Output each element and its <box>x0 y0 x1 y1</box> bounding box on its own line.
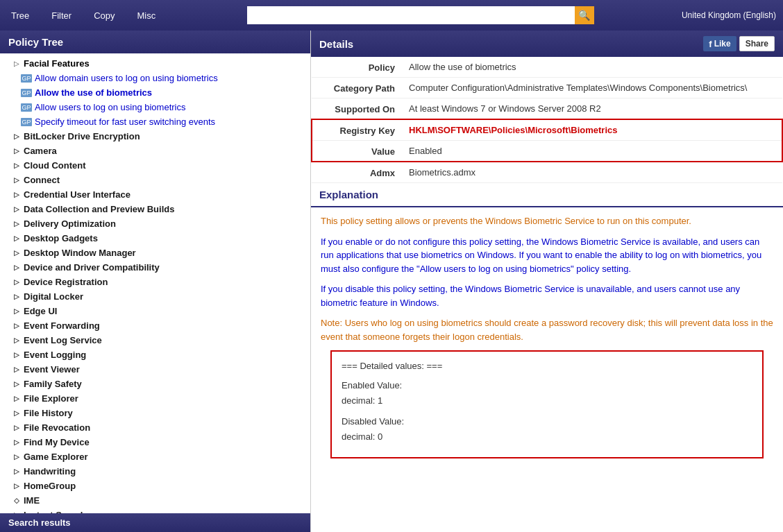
expand-arrow: ▷ <box>14 249 21 257</box>
expand-arrow: ▷ <box>14 205 21 213</box>
main-layout: Policy Tree ▷ Facial Features GP Allow d… <box>0 31 783 532</box>
expand-arrow: ▷ <box>14 220 21 228</box>
expand-arrow: ▷ <box>14 132 21 140</box>
expand-arrow: ▷ <box>14 176 21 184</box>
policy-row: Policy Allow the use of biometrics <box>312 57 782 78</box>
supported-row: Supported On At least Windows 7 or Windo… <box>312 98 782 120</box>
tree-item-family-safety[interactable]: ▷ Family Safety <box>0 377 310 391</box>
dv-disabled-label: Disabled Value: <box>342 414 752 429</box>
tree-item-allow-domain[interactable]: GP Allow domain users to log on using bi… <box>0 71 310 85</box>
tree-label: BitLocker Drive Encryption <box>24 131 140 141</box>
exp-para-3: If you disable this policy setting, the … <box>321 282 773 309</box>
tree-label: Connect <box>24 175 60 185</box>
search-results-footer: Search results <box>0 513 310 532</box>
tree-label: Handwriting <box>24 466 76 477</box>
tree-label: File Revocation <box>24 422 90 433</box>
fb-icon: f <box>709 39 712 49</box>
tree-item-facial-features[interactable]: ▷ Facial Features <box>0 56 310 71</box>
tree-item-instant-search[interactable]: ▷ Instant Search <box>0 508 310 513</box>
tree-item-allow-biometrics[interactable]: GP Allow the use of biometrics <box>0 85 310 100</box>
tree-label: File Explorer <box>24 393 78 404</box>
explanation-body: This policy setting allows or prevents t… <box>311 207 783 532</box>
tree-label: File History <box>24 408 73 418</box>
tree-item-file-history[interactable]: ▷ File History <box>0 406 310 420</box>
tree-item-specify-timeout[interactable]: GP Specify timeout for fast user switchi… <box>0 114 310 129</box>
tree-item-desktop-gadgets[interactable]: ▷ Desktop Gadgets <box>0 231 310 246</box>
tree-label: Event Forwarding <box>24 320 100 331</box>
tree-item-cloud-content[interactable]: ▷ Cloud Content <box>0 158 310 173</box>
expand-arrow: ◇ <box>14 497 21 504</box>
tree-item-edge-ui[interactable]: ▷ Edge UI <box>0 304 310 318</box>
nav-copy[interactable]: Copy <box>90 8 119 24</box>
tree-item-event-logging[interactable]: ▷ Event Logging <box>0 347 310 362</box>
tree-item-camera[interactable]: ▷ Camera <box>0 144 310 158</box>
exp-para-1: This policy setting allows or prevents t… <box>321 214 773 228</box>
share-button[interactable]: Share <box>739 36 775 51</box>
nav-filter[interactable]: Filter <box>47 8 76 24</box>
tree-label: Allow users to log on using biometrics <box>35 102 186 112</box>
tree-item-connect[interactable]: ▷ Connect <box>0 173 310 187</box>
tree-label: Delivery Optimization <box>24 218 116 229</box>
tree-item-delivery-opt[interactable]: ▷ Delivery Optimization <box>0 216 310 231</box>
value-value: Enabled <box>402 141 782 162</box>
expand-arrow: ▷ <box>14 366 21 373</box>
tree-item-bitlocker[interactable]: ▷ BitLocker Drive Encryption <box>0 129 310 144</box>
tree-label: Event Logging <box>24 350 86 360</box>
admx-row: Admx Biometrics.admx <box>312 162 782 183</box>
tree-label: Camera <box>24 146 57 156</box>
tree-item-digital-locker[interactable]: ▷ Digital Locker <box>0 289 310 304</box>
tree-item-find-my-device[interactable]: ▷ Find My Device <box>0 435 310 449</box>
tree-label: Allow domain users to log on using biome… <box>35 73 218 83</box>
registry-key-row: Registry Key HKLM\SOFTWARE\Policies\Micr… <box>312 119 782 141</box>
category-value: Computer Configuration\Administrative Te… <box>402 78 782 98</box>
like-button[interactable]: f Like <box>703 36 736 51</box>
search-button[interactable]: 🔍 <box>575 6 594 24</box>
social-buttons: f Like Share <box>703 36 775 51</box>
tree-item-file-explorer[interactable]: ▷ File Explorer <box>0 391 310 406</box>
nav-misc[interactable]: Misc <box>133 8 160 24</box>
expand-arrow: ▷ <box>14 395 21 402</box>
dv-title: === Detailed values: === <box>342 359 752 374</box>
tree-item-handwriting[interactable]: ▷ Handwriting <box>0 464 310 479</box>
dv-enabled-label: Enabled Value: <box>342 378 752 393</box>
tree-item-desktop-window[interactable]: ▷ Desktop Window Manager <box>0 246 310 260</box>
tree-item-event-fwd[interactable]: ▷ Event Forwarding <box>0 318 310 333</box>
tree-label: Credential User Interface <box>24 189 130 200</box>
explanation-header: Explanation <box>311 183 783 207</box>
exp-para-4: Note: Users who log on using biometrics … <box>321 316 773 343</box>
tree-item-allow-logon[interactable]: GP Allow users to log on using biometric… <box>0 100 310 114</box>
value-row: Value Enabled <box>312 141 782 162</box>
tree-item-device-driver[interactable]: ▷ Device and Driver Compatibility <box>0 260 310 275</box>
expand-arrow: ▷ <box>14 234 21 242</box>
expand-arrow: ▷ <box>14 482 21 490</box>
tree-label: Family Safety <box>24 379 82 389</box>
policy-value: Allow the use of biometrics <box>402 57 782 78</box>
tree-item-homegroup[interactable]: ▷ HomeGroup <box>0 479 310 493</box>
expand-arrow: ▷ <box>14 278 21 286</box>
search-input[interactable] <box>247 6 575 24</box>
policy-icon: GP <box>21 74 32 83</box>
dv-enabled-value: decimal: 1 <box>342 393 752 409</box>
policy-icon: GP <box>21 103 32 112</box>
category-label: Category Path <box>312 78 402 98</box>
details-title: Details <box>319 38 353 50</box>
tree-item-event-log-svc[interactable]: ▷ Event Log Service <box>0 333 310 347</box>
supported-label: Supported On <box>312 98 402 120</box>
tree-item-ime[interactable]: ◇ IME <box>0 493 310 508</box>
dv-disabled-section: Disabled Value: decimal: 0 <box>342 414 752 445</box>
details-header: Details f Like Share <box>311 31 783 57</box>
tree-label: Device Registration <box>24 277 108 287</box>
right-panel: Details f Like Share Policy Allow the us… <box>311 31 783 532</box>
like-label: Like <box>714 39 731 49</box>
policy-label: Policy <box>312 57 402 78</box>
detailed-values-box: === Detailed values: === Enabled Value: … <box>330 350 764 458</box>
tree-item-data-collection[interactable]: ▷ Data Collection and Preview Builds <box>0 202 310 216</box>
nav-tree[interactable]: Tree <box>7 8 33 24</box>
tree-item-device-reg[interactable]: ▷ Device Registration <box>0 275 310 289</box>
tree-item-credential-ui[interactable]: ▷ Credential User Interface <box>0 187 310 202</box>
tree-item-file-revocation[interactable]: ▷ File Revocation <box>0 420 310 435</box>
tree-item-event-viewer[interactable]: ▷ Event Viewer <box>0 362 310 377</box>
policy-icon: GP <box>21 118 32 126</box>
tree-label: Game Explorer <box>24 452 88 462</box>
tree-item-game-explorer[interactable]: ▷ Game Explorer <box>0 449 310 464</box>
